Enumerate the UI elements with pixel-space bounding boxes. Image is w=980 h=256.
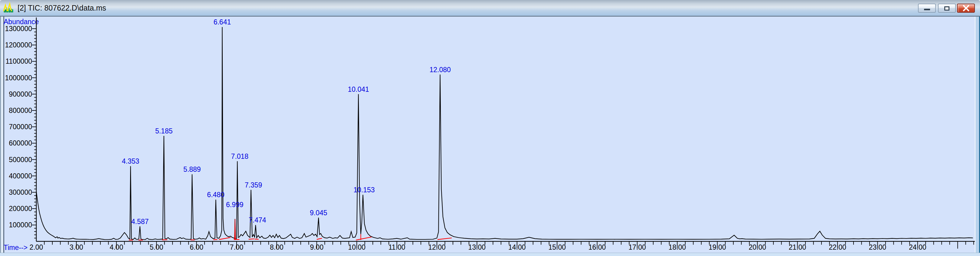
- peak-label: 5.185: [155, 127, 173, 135]
- x-tick-label: 6.00: [190, 243, 203, 251]
- y-tick-label: 800000: [9, 107, 32, 114]
- x-tick-label: 21.00: [789, 243, 806, 251]
- peak-label: 7.359: [245, 181, 262, 189]
- x-tick-label: 8.00: [270, 243, 283, 251]
- integration-baseline: [255, 239, 259, 239]
- integration-baseline: [213, 240, 217, 240]
- x-axis-title: Time-->: [4, 243, 27, 251]
- peak-label: 5.889: [183, 166, 201, 173]
- x-tick-label: 11.00: [388, 243, 406, 251]
- y-tick-label: 100000: [9, 221, 32, 229]
- y-tick-label: 1100000: [5, 57, 32, 65]
- x-tick-label: 5.00: [150, 243, 163, 251]
- peak-label: 6.641: [213, 18, 231, 26]
- x-tick-label: 2.00: [30, 243, 43, 251]
- integration-baseline: [356, 237, 372, 240]
- y-tick-label: 400000: [9, 172, 32, 180]
- peak-label: 6.999: [226, 201, 243, 209]
- x-tick-label: 24.00: [909, 243, 926, 251]
- peak-label: 6.480: [207, 191, 224, 199]
- y-tick-label: 600000: [9, 139, 32, 147]
- peak-label: 4.587: [131, 218, 149, 226]
- x-tick-label: 7.00: [230, 243, 243, 251]
- x-tick-label: 19.00: [709, 243, 726, 251]
- y-tick-label: 300000: [9, 188, 32, 196]
- x-tick-label: 10.00: [348, 243, 366, 251]
- x-tick-label: 16.00: [589, 243, 606, 251]
- x-tick-label: 4.00: [110, 243, 123, 251]
- peak-label: 12.080: [430, 66, 450, 74]
- peak-label: 7.018: [231, 152, 249, 160]
- x-tick-label: 13.00: [468, 243, 486, 251]
- integration-baseline: [438, 238, 452, 239]
- chart-svg: Abundance Time--> 1000002000003000004000…: [0, 0, 980, 256]
- x-tick-label: 22.00: [829, 243, 846, 251]
- y-tick-label: 500000: [9, 156, 32, 164]
- y-tick-label: 1200000: [5, 41, 32, 49]
- x-tick-label: 15.00: [548, 243, 566, 251]
- x-tick-label: 17.00: [628, 243, 646, 251]
- y-tick-label: 200000: [9, 205, 32, 213]
- x-tick-label: 20.00: [749, 243, 766, 251]
- chromatogram-trace: [36, 27, 973, 240]
- chromatogram-window: [2] TIC: 807622.D\data.ms Abundance T: [0, 0, 980, 256]
- x-tick-label: 23.00: [869, 243, 886, 251]
- integration-baseline: [317, 238, 322, 239]
- integration-baseline: [219, 237, 231, 239]
- x-tick-label: 12.00: [428, 243, 445, 251]
- y-tick-label: 1300000: [5, 25, 32, 33]
- x-tick-label: 18.00: [669, 243, 686, 251]
- y-tick-label: 700000: [9, 123, 32, 131]
- x-tick-label: 3.00: [70, 243, 83, 251]
- x-tick-label: 9.00: [310, 243, 323, 251]
- y-tick-label: 900000: [9, 90, 32, 98]
- y-tick-label: 1000000: [5, 74, 32, 82]
- peak-label: 9.045: [310, 209, 328, 217]
- peak-label: 10.041: [348, 85, 369, 93]
- peak-label: 4.353: [122, 157, 140, 165]
- peak-label: 7.474: [249, 216, 266, 224]
- integration-baseline: [162, 240, 167, 240]
- x-tick-label: 14.00: [508, 243, 526, 251]
- peak-label: 10.153: [353, 186, 375, 194]
